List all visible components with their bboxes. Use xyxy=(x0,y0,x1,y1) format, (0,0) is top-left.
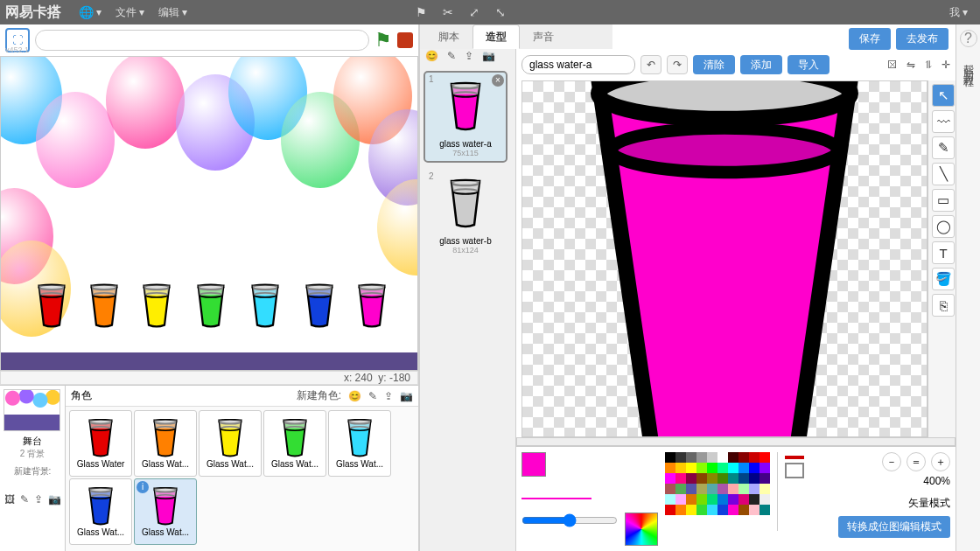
shrink-icon[interactable]: ⤡ xyxy=(495,5,506,19)
color-swatch[interactable] xyxy=(738,505,749,515)
color-swatch[interactable] xyxy=(676,505,686,515)
color-swatch[interactable] xyxy=(696,452,707,463)
backdrop-paint-icon[interactable]: ✎ xyxy=(20,493,29,506)
color-swatch[interactable] xyxy=(728,494,738,505)
color-swatch[interactable] xyxy=(728,452,738,463)
sprite-item[interactable]: iGlass Wat... xyxy=(134,478,197,545)
color-swatch[interactable] xyxy=(707,473,718,484)
color-swatch[interactable] xyxy=(738,473,749,484)
stage-sprite[interactable] xyxy=(141,282,172,333)
color-swatch[interactable] xyxy=(676,484,686,494)
color-swatch[interactable] xyxy=(760,452,770,463)
color-swatch[interactable] xyxy=(728,505,738,515)
sprite-item[interactable]: Glass Wat... xyxy=(328,410,391,477)
stage-sprite[interactable] xyxy=(88,282,120,333)
stage-sprite[interactable] xyxy=(249,282,281,333)
color-swatch[interactable] xyxy=(686,484,696,494)
color-swatch[interactable] xyxy=(686,494,696,505)
eyedropper-icon[interactable] xyxy=(785,463,804,478)
color-swatch[interactable] xyxy=(665,463,676,473)
copy-tool[interactable]: ⎘ xyxy=(932,294,955,317)
color-swatch[interactable] xyxy=(686,505,696,515)
costume-name-input[interactable] xyxy=(522,55,635,74)
pencil-tool[interactable]: ✎ xyxy=(932,136,955,159)
color-swatch[interactable] xyxy=(718,494,728,505)
stage-sprite[interactable] xyxy=(356,282,388,333)
color-swatch[interactable] xyxy=(760,473,770,484)
color-swatch[interactable] xyxy=(707,463,718,473)
color-swatch[interactable] xyxy=(707,484,718,494)
costume-camera-icon[interactable]: 📷 xyxy=(482,50,495,62)
color-swatch[interactable] xyxy=(686,463,696,473)
rect-tool[interactable]: ▭ xyxy=(932,189,955,212)
sprite-item[interactable]: Glass Water xyxy=(69,410,132,477)
color-swatch[interactable] xyxy=(728,463,738,473)
stage-sprite[interactable] xyxy=(304,282,335,333)
color-swatch[interactable] xyxy=(707,452,718,463)
color-swatch[interactable] xyxy=(707,494,718,505)
sprite-item[interactable]: Glass Wat... xyxy=(199,410,262,477)
color-swatch[interactable] xyxy=(718,452,728,463)
info-icon[interactable]: i xyxy=(136,481,149,493)
color-swatch[interactable] xyxy=(749,473,760,484)
color-swatch[interactable] xyxy=(718,505,728,515)
ellipse-tool[interactable]: ◯ xyxy=(932,215,955,238)
color-swatch[interactable] xyxy=(696,463,707,473)
stamp-icon[interactable]: ⚑ xyxy=(416,5,427,19)
color-swatch[interactable] xyxy=(665,505,676,515)
stage-sprite[interactable] xyxy=(36,282,67,333)
sprite-item[interactable]: Glass Wat... xyxy=(69,478,132,545)
color-swatch[interactable] xyxy=(760,463,770,473)
color-swatch[interactable] xyxy=(676,473,686,484)
color-swatch[interactable] xyxy=(749,452,760,463)
stage-canvas[interactable] xyxy=(0,56,418,371)
undo-button[interactable]: ↶ xyxy=(640,55,662,74)
costume-item[interactable]: 1×glass water-a75x115 xyxy=(424,71,508,163)
backdrop-library-icon[interactable]: 🖼 xyxy=(4,493,15,506)
costume-paint-icon[interactable]: ✎ xyxy=(447,50,456,62)
grow-icon[interactable]: ⤢ xyxy=(469,5,480,19)
color-swatch[interactable] xyxy=(728,484,738,494)
zoom-in-button[interactable]: ＋ xyxy=(931,452,950,471)
scissors-icon[interactable]: ✂ xyxy=(443,5,453,19)
flip-v-icon[interactable]: ⥮ xyxy=(924,59,933,71)
select-tool[interactable]: ↖ xyxy=(932,84,955,107)
backdrop-upload-icon[interactable]: ⇪ xyxy=(34,493,43,506)
sprite-camera-icon[interactable]: 📷 xyxy=(400,390,413,402)
tab-scripts[interactable]: 脚本 xyxy=(425,24,472,49)
center-icon[interactable]: ✛ xyxy=(942,59,950,71)
crop-icon[interactable]: ⮽ xyxy=(887,59,898,71)
zoom-reset-button[interactable]: ＝ xyxy=(906,452,926,471)
current-color[interactable] xyxy=(522,452,546,477)
green-flag-button[interactable]: ⚑ xyxy=(374,29,392,52)
color-swatch[interactable] xyxy=(718,473,728,484)
clear-button[interactable]: 清除 xyxy=(693,55,735,74)
color-swatch[interactable] xyxy=(718,484,728,494)
color-picker[interactable] xyxy=(625,513,658,546)
color-swatch[interactable] xyxy=(749,484,760,494)
import-button[interactable]: 导入 xyxy=(788,55,830,74)
flip-h-icon[interactable]: ⇋ xyxy=(906,59,915,71)
color-swatch[interactable] xyxy=(749,463,760,473)
color-swatch[interactable] xyxy=(738,452,749,463)
color-swatch[interactable] xyxy=(676,463,686,473)
color-swatch[interactable] xyxy=(686,473,696,484)
backdrop-camera-icon[interactable]: 📷 xyxy=(48,493,61,506)
sprite-upload-icon[interactable]: ⇪ xyxy=(384,390,393,402)
sprite-item[interactable]: Glass Wat... xyxy=(263,410,326,477)
color-swatch[interactable] xyxy=(665,494,676,505)
color-swatch[interactable] xyxy=(738,484,749,494)
color-swatch[interactable] xyxy=(665,452,676,463)
sprite-paint-icon[interactable]: ✎ xyxy=(368,390,377,402)
color-swatch[interactable] xyxy=(738,463,749,473)
color-swatch[interactable] xyxy=(696,473,707,484)
color-swatch[interactable] xyxy=(760,505,770,515)
reshape-tool[interactable]: 〰 xyxy=(932,110,955,133)
color-swatch[interactable] xyxy=(749,505,760,515)
fill-tool[interactable]: 🪣 xyxy=(932,268,955,290)
color-swatch[interactable] xyxy=(676,452,686,463)
costume-library-icon[interactable]: 😊 xyxy=(425,50,438,62)
stage-sprite[interactable] xyxy=(195,282,227,333)
canvas-scrollbar[interactable] xyxy=(516,437,956,446)
help-label[interactable]: 帮助与教程 xyxy=(961,56,976,73)
